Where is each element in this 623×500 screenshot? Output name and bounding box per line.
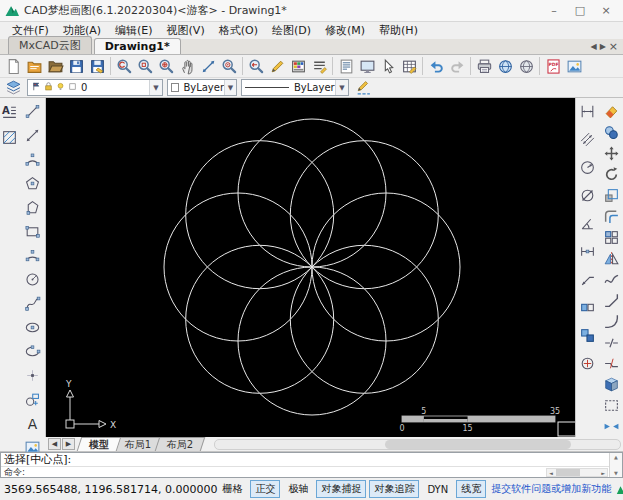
minimize-button[interactable]: – [541, 2, 567, 20]
save-icon[interactable] [66, 56, 86, 76]
new-file-icon[interactable] [3, 56, 23, 76]
break-pt-icon[interactable] [602, 354, 621, 373]
scrollbar-thumb[interactable] [385, 440, 571, 449]
layout-scroll-left-icon[interactable]: ◀ [48, 438, 61, 450]
toggle-栅格[interactable]: 栅格 [217, 480, 247, 498]
polygon2-icon[interactable] [23, 198, 42, 217]
text-a-icon[interactable]: A [23, 414, 42, 433]
print-icon[interactable] [474, 56, 494, 76]
ucs-line-icon[interactable] [198, 56, 218, 76]
layout-tab[interactable]: 布局2 [155, 437, 206, 451]
join-icon[interactable] [602, 417, 621, 436]
menu-m[interactable]: 修改(M) [319, 22, 371, 39]
menu-v[interactable]: 视图(V) [161, 22, 211, 39]
toggle-线宽[interactable]: 线宽 [456, 480, 486, 498]
break-icon[interactable] [602, 333, 621, 352]
maximize-button[interactable]: □ [567, 2, 593, 20]
curve-icon[interactable] [602, 270, 621, 289]
zoom-extents-icon[interactable] [156, 56, 176, 76]
mtext-page-icon[interactable] [336, 56, 356, 76]
drawing-viewport[interactable]: Y X 535015 [46, 98, 575, 437]
layout-tab[interactable]: 模型 [77, 437, 122, 451]
hatch-icon[interactable] [0, 128, 19, 147]
layers-icon[interactable] [3, 78, 23, 98]
center-mark-icon[interactable] [578, 354, 597, 373]
layout-scroll-right-icon[interactable]: ▶ [62, 438, 75, 450]
line-icon[interactable] [23, 102, 42, 121]
scroll-left-icon[interactable]: ◄ [547, 470, 555, 476]
dim-angular-icon[interactable] [578, 214, 597, 233]
toggle-对象追踪[interactable]: 对象追踪 [369, 480, 419, 498]
menu-o[interactable]: 格式(O) [213, 22, 264, 39]
web-publish-icon[interactable] [495, 56, 515, 76]
circle-icon[interactable] [23, 270, 42, 289]
arc-3pt-icon[interactable] [23, 246, 42, 265]
zoom-window-icon[interactable] [135, 56, 155, 76]
erase-icon[interactable] [602, 102, 621, 121]
spline-icon[interactable] [23, 294, 42, 313]
dim-style-icon[interactable] [578, 242, 597, 261]
chamfer-icon[interactable] [602, 291, 621, 310]
toggle-正交[interactable]: 正交 [250, 480, 280, 498]
match-properties-icon[interactable] [353, 78, 373, 98]
doc-tab[interactable]: Drawing1* [94, 38, 181, 54]
command-scrollbar-horizontal[interactable]: ◄ ► [546, 468, 608, 477]
toggle-对象捕捉[interactable]: 对象捕捉 [316, 480, 366, 498]
chevron-down-icon[interactable]: ▼ [335, 80, 348, 95]
scrollbar-thumb[interactable] [556, 469, 580, 476]
xline-icon[interactable] [23, 126, 42, 145]
redo-icon[interactable] [447, 56, 467, 76]
mirror-icon[interactable] [602, 249, 621, 268]
dim-diameter-icon[interactable] [578, 186, 597, 205]
save-as-icon[interactable] [87, 56, 107, 76]
dim-aligned-icon[interactable] [578, 130, 597, 149]
feedback-link[interactable]: 提交软件问题或增加新功能 [491, 482, 611, 496]
tol-block-icon[interactable] [578, 298, 597, 317]
copy-icon[interactable] [602, 123, 621, 142]
zoom-center-icon[interactable] [219, 56, 239, 76]
chevron-down-icon[interactable]: ▼ [149, 80, 162, 95]
pdf-export-icon[interactable]: PDF [543, 56, 563, 76]
open-drawing-icon[interactable] [24, 56, 44, 76]
block-icon[interactable] [23, 390, 42, 409]
tab-scroll-left-icon[interactable]: ◀ [590, 42, 596, 51]
menu-h[interactable]: 帮助(H) [373, 22, 424, 39]
arc-icon[interactable] [23, 150, 42, 169]
scale-icon[interactable] [602, 186, 621, 205]
web-globe-icon[interactable] [516, 56, 536, 76]
menu-e[interactable]: 编辑(E) [109, 22, 159, 39]
tab-scroll-right-icon[interactable]: ▶ [600, 42, 606, 51]
text-list-icon[interactable] [309, 56, 329, 76]
ellipse-arc-icon[interactable] [23, 342, 42, 361]
command-prompt-line[interactable]: 命令: [1, 467, 622, 477]
dim-radius-icon[interactable] [578, 158, 597, 177]
color-table-icon[interactable] [288, 56, 308, 76]
chevron-down-icon[interactable]: ▼ [224, 80, 236, 95]
menu-d[interactable]: 绘图(D) [266, 22, 317, 39]
select-cursor-icon[interactable] [378, 56, 398, 76]
qleader-icon[interactable] [578, 270, 597, 289]
fillet-icon[interactable] [602, 312, 621, 331]
command-panel[interactable]: 选择[中心点]: 命令: ▲ ▼ ◄ ► [0, 452, 623, 478]
image-insert-icon[interactable] [564, 56, 584, 76]
close-button[interactable]: × [593, 2, 619, 20]
dim-edit-icon[interactable] [578, 326, 597, 345]
explode-icon[interactable] [602, 375, 621, 394]
layer-select[interactable]: 0 ▼ [27, 79, 163, 96]
move-icon[interactable] [602, 144, 621, 163]
command-scrollbar-vertical[interactable]: ▲ ▼ [609, 453, 622, 477]
scroll-down-icon[interactable]: ▼ [614, 469, 618, 477]
dim-linear-icon[interactable] [578, 102, 597, 121]
linetype-select[interactable]: ByLayer ▼ [241, 79, 349, 96]
toggle-DYN[interactable]: DYN [422, 482, 453, 497]
tab-close-icon[interactable]: × [609, 40, 618, 53]
open-folder-icon[interactable] [45, 56, 65, 76]
zoom-previous-icon[interactable] [246, 56, 266, 76]
rotate-icon[interactable] [602, 165, 621, 184]
scroll-up-icon[interactable]: ▲ [614, 453, 618, 461]
pan-icon[interactable] [177, 56, 197, 76]
doc-tab[interactable]: MxCAD云图 [8, 36, 92, 54]
boundary-icon[interactable] [602, 396, 621, 415]
point-icon[interactable] [23, 366, 42, 385]
rectangle-icon[interactable] [23, 222, 42, 241]
